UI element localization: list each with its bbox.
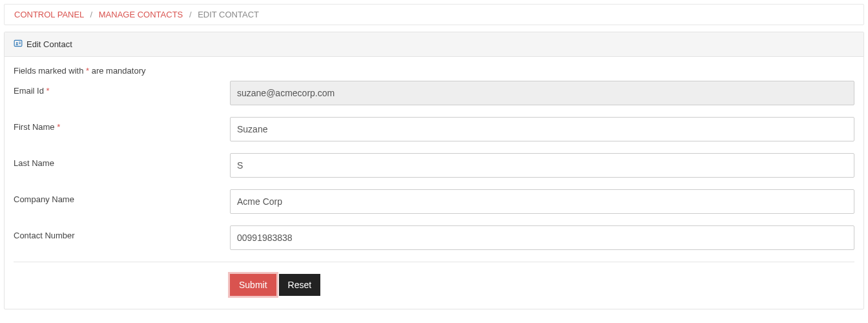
form-row-last-name: Last Name: [14, 153, 854, 178]
company-label: Company Name: [14, 189, 230, 204]
last-name-field[interactable]: [230, 153, 854, 178]
button-row: Submit Reset: [230, 274, 854, 296]
panel-title: Edit Contact: [26, 39, 72, 49]
company-name-field[interactable]: [230, 189, 854, 214]
svg-point-1: [16, 42, 18, 44]
contact-number-label: Contact Number: [14, 225, 230, 240]
last-name-label: Last Name: [14, 153, 230, 168]
mandatory-note: Fields marked with * are mandatory: [14, 66, 854, 76]
contact-number-field[interactable]: [230, 225, 854, 250]
address-card-icon: [14, 39, 23, 50]
email-field: [230, 81, 854, 105]
form-row-email: Email Id *: [14, 81, 854, 105]
email-label: Email Id *: [14, 81, 230, 96]
first-name-label: First Name *: [14, 117, 230, 132]
panel-body: Fields marked with * are mandatory Email…: [5, 57, 863, 309]
submit-button[interactable]: Submit: [230, 274, 276, 296]
form-row-contact-number: Contact Number: [14, 225, 854, 250]
asterisk-icon: *: [57, 122, 60, 132]
breadcrumb-separator-icon: /: [87, 10, 97, 19]
form-row-company: Company Name: [14, 189, 854, 214]
divider: [14, 262, 854, 262]
panel-header: Edit Contact: [5, 32, 863, 57]
breadcrumb: CONTROL PANEL / MANAGE CONTACTS / EDIT C…: [4, 4, 864, 25]
first-name-field[interactable]: [230, 117, 854, 141]
edit-contact-panel: Edit Contact Fields marked with * are ma…: [4, 32, 864, 309]
breadcrumb-control-panel[interactable]: CONTROL PANEL: [14, 10, 84, 19]
form-row-first-name: First Name *: [14, 117, 854, 141]
breadcrumb-current: EDIT CONTACT: [198, 10, 259, 19]
asterisk-icon: *: [46, 86, 50, 96]
reset-button[interactable]: Reset: [279, 274, 321, 296]
breadcrumb-manage-contacts[interactable]: MANAGE CONTACTS: [99, 10, 183, 19]
breadcrumb-separator-icon: /: [185, 10, 196, 19]
